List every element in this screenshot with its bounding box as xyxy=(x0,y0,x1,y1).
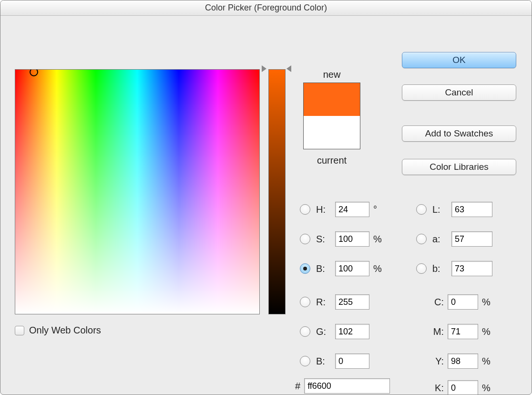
only-web-colors-label: Only Web Colors xyxy=(29,325,101,336)
unit-b-hsb: % xyxy=(373,263,384,274)
value-slider-arrow-right[interactable] xyxy=(286,65,291,72)
label-r: R: xyxy=(316,297,331,308)
label-h: H: xyxy=(316,204,331,215)
input-l[interactable] xyxy=(451,202,492,217)
new-label: new xyxy=(303,69,360,80)
input-y[interactable] xyxy=(448,353,478,369)
input-b-lab[interactable] xyxy=(451,261,492,276)
swatch-new[interactable] xyxy=(304,83,360,116)
input-s[interactable] xyxy=(335,231,369,247)
radio-b-rgb[interactable] xyxy=(300,356,310,366)
label-b-rgb: B: xyxy=(316,356,331,367)
swatch-preview xyxy=(303,83,360,149)
row-g: G: xyxy=(300,322,384,341)
radio-b-hsb[interactable] xyxy=(300,263,310,274)
row-b-rgb: B: xyxy=(300,352,384,371)
label-b-lab: b: xyxy=(432,263,448,274)
row-b-hsb: B: % xyxy=(300,259,384,278)
radio-h[interactable] xyxy=(300,204,310,215)
input-m[interactable] xyxy=(448,324,478,339)
unit-h: ° xyxy=(373,204,384,215)
only-web-colors-row: Only Web Colors xyxy=(15,325,101,336)
unit-m: % xyxy=(482,326,492,337)
radio-s[interactable] xyxy=(300,234,310,244)
dialog-body: new current OK Cancel Add to Swatches Co… xyxy=(0,16,532,395)
input-c[interactable] xyxy=(448,294,478,310)
row-b-lab: b: xyxy=(416,259,492,278)
input-hex[interactable] xyxy=(304,378,390,394)
color-field[interactable] xyxy=(15,69,260,314)
unit-s: % xyxy=(373,234,384,245)
row-c: C: % xyxy=(429,292,492,312)
radio-r[interactable] xyxy=(300,297,310,307)
row-l: L: xyxy=(416,200,492,219)
input-h[interactable] xyxy=(335,202,369,217)
color-picker-window: Color Picker (Foreground Color) new curr… xyxy=(0,0,532,395)
hex-prefix: # xyxy=(295,381,300,392)
value-slider[interactable] xyxy=(268,69,286,314)
input-a[interactable] xyxy=(451,231,492,247)
label-a: a: xyxy=(432,234,448,245)
only-web-colors-checkbox[interactable] xyxy=(15,326,24,335)
swatch-current[interactable] xyxy=(304,116,360,149)
label-y: Y: xyxy=(429,356,444,367)
label-g: G: xyxy=(316,326,331,337)
add-to-swatches-button[interactable]: Add to Swatches xyxy=(402,125,516,142)
label-m: M: xyxy=(429,326,444,337)
label-k: K: xyxy=(429,383,444,394)
label-s: S: xyxy=(316,234,331,245)
input-r[interactable] xyxy=(335,294,369,310)
ok-button[interactable]: OK xyxy=(402,52,516,68)
radio-a[interactable] xyxy=(416,234,427,244)
current-label: current xyxy=(303,155,360,166)
window-title: Color Picker (Foreground Color) xyxy=(0,0,532,16)
unit-c: % xyxy=(482,297,492,308)
row-hex: # xyxy=(295,378,390,394)
radio-b-lab[interactable] xyxy=(416,263,427,274)
color-field-white-layer xyxy=(15,70,259,314)
radio-l[interactable] xyxy=(416,204,427,215)
row-y: Y: % xyxy=(429,352,492,371)
input-g[interactable] xyxy=(335,324,369,339)
input-k[interactable] xyxy=(448,380,478,395)
input-b-rgb[interactable] xyxy=(335,353,369,369)
row-m: M: % xyxy=(429,322,492,341)
unit-k: % xyxy=(482,383,492,394)
cancel-button[interactable]: Cancel xyxy=(402,84,516,101)
row-s: S: % xyxy=(300,229,384,249)
label-l: L: xyxy=(432,204,448,215)
row-k: K: % xyxy=(429,378,492,395)
color-libraries-button[interactable]: Color Libraries xyxy=(402,159,516,175)
label-b-hsb: B: xyxy=(316,263,331,274)
input-b-hsb[interactable] xyxy=(335,261,369,276)
value-slider-arrow-left[interactable] xyxy=(262,65,266,72)
label-c: C: xyxy=(429,297,444,308)
row-r: R: xyxy=(300,292,384,312)
unit-y: % xyxy=(482,356,492,367)
radio-g[interactable] xyxy=(300,326,310,337)
row-h: H: ° xyxy=(300,200,384,219)
row-a: a: xyxy=(416,229,492,249)
